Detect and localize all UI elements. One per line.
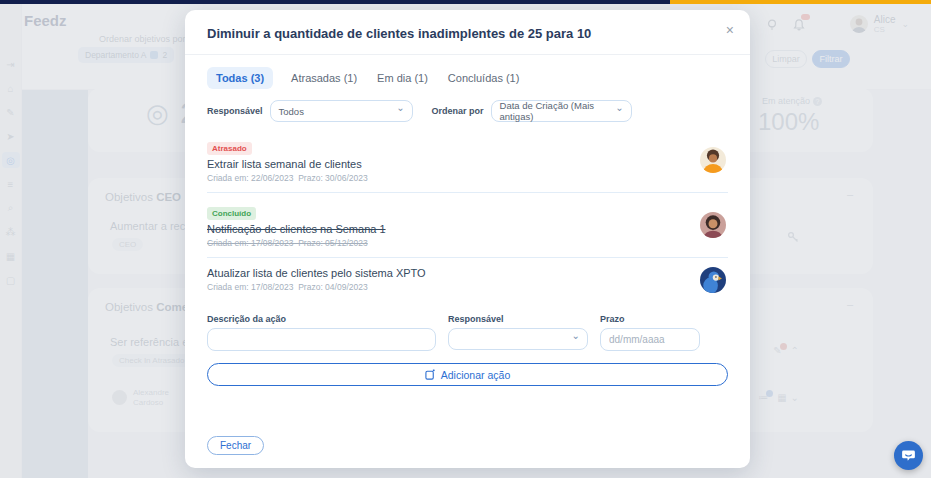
close-icon[interactable]: × [726, 23, 734, 37]
add-action-button[interactable]: Adicionar ação [207, 363, 728, 386]
responsavel-select[interactable]: ⌄ [448, 328, 588, 350]
task-dates: Criada em: 17/08/2023 Prazo: 05/12/2023 [207, 238, 688, 248]
chevron-down-icon: ⌄ [396, 102, 404, 113]
ordenar-filter-label: Ordenar por [432, 106, 484, 116]
progress-stripe [0, 0, 931, 4]
task-row[interactable]: Concluído Notificação de clientes na Sem… [207, 193, 728, 258]
list-filters: Responsável Todos ⌄ Ordenar por Data de … [207, 100, 728, 122]
prazo-input[interactable] [600, 328, 700, 351]
task-title: Extrair lista semanal de clientes [207, 158, 688, 170]
modal-footer: Fechar [207, 435, 264, 455]
curly-hair-avatar [700, 147, 726, 173]
chevron-down-icon: ⌄ [572, 330, 580, 341]
task-title: Notificação de clientes na Semana 1 [207, 223, 688, 235]
new-action-form: Descrição da ação Responsável ⌄ Prazo [207, 314, 728, 351]
task-dates: Criada em: 17/08/2023 Prazo: 04/09/2023 [207, 282, 688, 292]
tab-concluidas[interactable]: Concluídas (1) [446, 67, 522, 89]
responsavel-filter-label: Responsável [207, 106, 263, 116]
tab-atrasadas[interactable]: Atrasadas (1) [289, 67, 359, 89]
woman-avatar [700, 212, 726, 238]
chevron-down-icon: ⌄ [615, 102, 623, 113]
responsavel-filter-select[interactable]: Todos ⌄ [270, 100, 413, 122]
chat-bubble-icon [900, 447, 917, 464]
modal-title: Diminuir a quantidade de clientes inadim… [207, 26, 728, 41]
responsavel-filter-value: Todos [279, 106, 304, 117]
task-filter-tabs: Todas (3) Atrasadas (1) Em dia (1) Concl… [207, 67, 728, 89]
prazo-label: Prazo [600, 314, 700, 324]
action-plan-modal: Diminuir a quantidade de clientes inadim… [185, 10, 750, 468]
ordenar-filter-select[interactable]: Data de Criação (Mais antigas) ⌄ [491, 100, 632, 122]
task-row[interactable]: Atrasado Extrair lista semanal de client… [207, 128, 728, 193]
descricao-input[interactable] [207, 328, 436, 351]
responsavel-label: Responsável [448, 314, 588, 324]
task-title: Atualizar lista de clientes pelo sistema… [207, 267, 688, 279]
parrot-avatar [700, 267, 726, 293]
tab-todas[interactable]: Todas (3) [207, 67, 273, 89]
status-badge: Atrasado [207, 142, 252, 155]
chat-bubble-button[interactable] [894, 441, 923, 470]
add-action-label: Adicionar ação [441, 369, 510, 381]
status-badge: Concluído [207, 207, 256, 220]
ordenar-filter-value: Data de Criação (Mais antigas) [500, 100, 613, 122]
add-action-icon [425, 369, 436, 380]
modal-body: Todas (3) Atrasadas (1) Em dia (1) Concl… [185, 55, 750, 386]
task-dates: Criada em: 22/06/2023 Prazo: 30/06/2023 [207, 173, 688, 183]
tab-em-dia[interactable]: Em dia (1) [375, 67, 430, 89]
task-row[interactable]: Atualizar lista de clientes pelo sistema… [207, 258, 728, 301]
descricao-label: Descrição da ação [207, 314, 436, 324]
fechar-button[interactable]: Fechar [207, 436, 264, 455]
modal-header: Diminuir a quantidade de clientes inadim… [185, 10, 750, 55]
task-list: Atrasado Extrair lista semanal de client… [207, 128, 728, 301]
